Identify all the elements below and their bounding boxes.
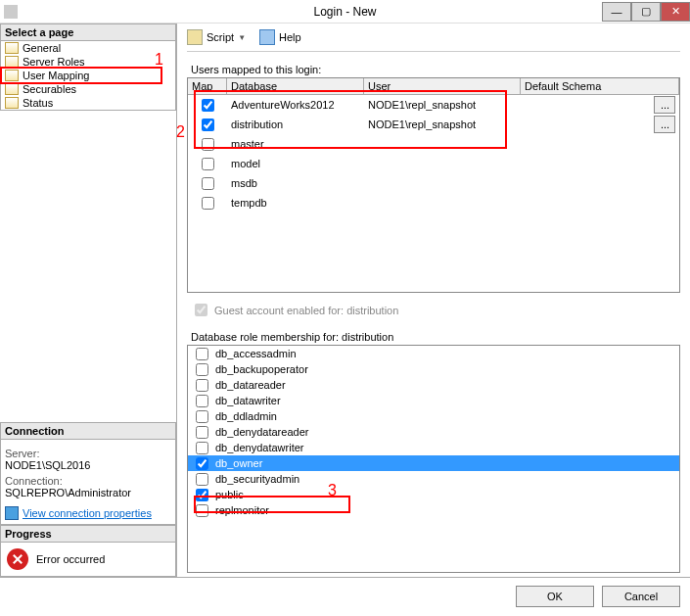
role-name: public	[215, 489, 244, 500]
annotation-1: 1	[155, 51, 163, 69]
role-name: db_accessadmin	[215, 348, 297, 359]
role-name: db_denydatareader	[215, 426, 308, 438]
page-item-server-roles[interactable]: Server Roles	[1, 55, 175, 69]
right-pane: Script ▼ Help Users mapped to this login…	[176, 24, 690, 577]
role-name: db_datareader	[215, 379, 286, 391]
col-schema[interactable]: Default Schema	[521, 78, 679, 94]
map-checkbox[interactable]	[202, 177, 214, 190]
role-checkbox[interactable]	[196, 473, 208, 486]
table-row[interactable]: AdventureWorks2012NODE1\repl_snapshot...	[188, 95, 679, 115]
guest-label: Guest account enabled for: distribution	[214, 305, 398, 316]
role-row[interactable]: db_denydatareader	[188, 424, 679, 440]
error-icon	[7, 548, 28, 570]
user-cell: NODE1\repl_snapshot	[364, 99, 521, 111]
view-connection-link[interactable]: View connection properties	[23, 507, 152, 519]
table-row[interactable]: master	[188, 134, 679, 154]
app-icon	[4, 5, 18, 19]
db-cell: tempdb	[227, 197, 364, 209]
button-bar: OK Cancel	[0, 577, 690, 615]
role-checkbox[interactable]	[196, 363, 208, 376]
server-value: NODE1\SQL2016	[5, 459, 171, 471]
col-user[interactable]: User	[364, 78, 521, 94]
page-item-user-mapping[interactable]: User Mapping	[1, 69, 175, 82]
help-button[interactable]: Help	[279, 31, 301, 43]
progress-panel: Error occurred	[0, 543, 176, 577]
toolbar: Script ▼ Help	[187, 29, 680, 52]
select-page-header: Select a page	[0, 24, 176, 41]
role-name: db_backupoperator	[215, 363, 308, 375]
role-row[interactable]: db_accessadmin	[188, 346, 679, 361]
role-row[interactable]: db_denydatawriter	[188, 440, 679, 455]
minimize-button[interactable]: —	[602, 2, 631, 22]
role-row[interactable]: public	[188, 487, 679, 502]
roles-list[interactable]: db_accessadmindb_backupoperatordb_datare…	[187, 345, 680, 573]
page-icon	[5, 83, 19, 95]
properties-icon	[5, 506, 19, 520]
role-name: db_denydatawriter	[215, 442, 304, 453]
user-cell: NODE1\repl_snapshot	[364, 118, 521, 130]
role-name: db_ddladmin	[215, 410, 277, 422]
connection-header: Connection	[0, 422, 176, 440]
role-checkbox[interactable]	[196, 489, 208, 501]
progress-status: Error occurred	[36, 553, 105, 565]
page-item-status[interactable]: Status	[1, 96, 175, 110]
role-row[interactable]: db_datareader	[188, 377, 679, 393]
table-row[interactable]: distributionNODE1\repl_snapshot...	[188, 115, 679, 134]
connection-label: Connection:	[5, 475, 171, 487]
role-checkbox[interactable]	[196, 504, 208, 517]
role-row[interactable]: db_securityadmin	[188, 471, 679, 487]
role-name: db_datawriter	[215, 395, 281, 406]
table-row[interactable]: tempdb	[188, 193, 679, 213]
schema-browse-button[interactable]: ...	[654, 96, 675, 114]
maximize-button[interactable]: ▢	[631, 2, 661, 22]
role-name: db_securityadmin	[215, 473, 299, 485]
page-list: General Server Roles User Mapping Secura…	[0, 41, 176, 111]
role-checkbox[interactable]	[196, 442, 208, 454]
role-checkbox[interactable]	[196, 426, 208, 439]
table-row[interactable]: msdb	[188, 173, 679, 193]
role-row[interactable]: replmonitor	[188, 502, 679, 518]
map-checkbox[interactable]	[202, 99, 214, 112]
role-row[interactable]: db_owner	[188, 455, 679, 471]
guest-checkbox-row: Guest account enabled for: distribution	[191, 301, 680, 319]
page-icon	[5, 97, 19, 109]
page-icon	[5, 70, 19, 81]
col-database[interactable]: Database	[227, 78, 364, 94]
annotation-3: 3	[328, 482, 337, 499]
map-checkbox[interactable]	[202, 158, 214, 170]
page-item-general[interactable]: General	[1, 41, 175, 55]
help-icon	[259, 29, 275, 45]
mapping-caption: Users mapped to this login:	[191, 64, 680, 75]
table-row[interactable]: model	[188, 154, 679, 173]
role-checkbox[interactable]	[196, 379, 208, 392]
page-icon	[5, 42, 19, 54]
db-cell: msdb	[227, 177, 364, 189]
db-cell: distribution	[227, 118, 364, 130]
role-checkbox[interactable]	[196, 348, 208, 360]
annotation-2: 2	[176, 123, 185, 141]
role-checkbox[interactable]	[196, 410, 208, 423]
map-checkbox[interactable]	[202, 197, 214, 210]
col-map[interactable]: Map	[188, 78, 227, 94]
db-cell: model	[227, 158, 364, 169]
role-row[interactable]: db_ddladmin	[188, 408, 679, 424]
schema-browse-button[interactable]: ...	[654, 116, 675, 133]
role-row[interactable]: db_datawriter	[188, 393, 679, 408]
ok-button[interactable]: OK	[516, 586, 594, 607]
map-checkbox[interactable]	[202, 138, 214, 151]
connection-panel: Server: NODE1\SQL2016 Connection: SQLREP…	[0, 440, 176, 525]
guest-checkbox	[195, 304, 207, 316]
page-item-securables[interactable]: Securables	[1, 82, 175, 96]
role-name: db_owner	[215, 457, 262, 469]
script-dropdown-icon[interactable]: ▼	[238, 33, 246, 42]
page-icon	[5, 56, 19, 68]
role-checkbox[interactable]	[196, 457, 208, 470]
close-button[interactable]: ✕	[661, 2, 690, 22]
cancel-button[interactable]: Cancel	[602, 586, 680, 607]
script-button[interactable]: Script	[207, 31, 234, 43]
connection-value: SQLREPRO\Administrator	[5, 487, 171, 498]
left-pane: Select a page General Server Roles User …	[0, 24, 176, 577]
role-checkbox[interactable]	[196, 395, 208, 407]
map-checkbox[interactable]	[202, 118, 214, 131]
role-row[interactable]: db_backupoperator	[188, 361, 679, 377]
